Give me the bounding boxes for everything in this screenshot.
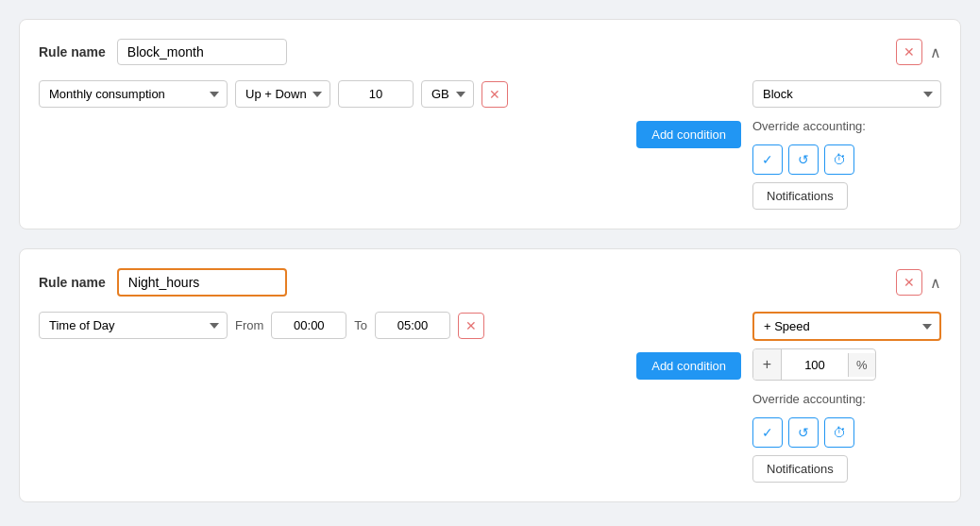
override-clock-icon-1[interactable]: ⏱ [824,144,854,175]
notifications-button-1[interactable]: Notifications [752,182,848,210]
from-label-2: From [235,318,263,332]
rule-header-actions-2: ✕ ∧ [896,269,941,296]
condition-add-row-2: Add condition [39,348,741,380]
rule-card-2: Rule name ✕ ∧ Time of Day Monthly consum… [19,248,961,502]
rule-conditions-2: Time of Day Monthly consumption Daily co… [39,312,741,380]
rule-close-button-2[interactable]: ✕ [896,269,922,296]
override-refresh-icon-1[interactable]: ↺ [788,144,819,175]
condition-type-select-1[interactable]: Monthly consumption Time of Day Daily co… [39,80,228,108]
from-time-input-2[interactable] [271,312,346,339]
override-icons-2: ✓ ↺ ⏱ [752,417,941,448]
action-type-select-1[interactable]: Block + Speed Throttle [752,80,941,108]
rule-header-1: Rule name ✕ ∧ [39,39,941,65]
add-condition-button-1[interactable]: Add condition [636,121,741,148]
rule-card-1: Rule name ✕ ∧ Monthly consumption Time o… [19,19,961,229]
override-icons-1: ✓ ↺ ⏱ [752,144,941,175]
speed-input-row-2: + % [752,348,876,381]
rule-actions-2: + Speed Block Throttle + % Override acco… [752,312,941,483]
condition-row-2: Time of Day Monthly consumption Daily co… [39,312,741,339]
rule-collapse-button-2[interactable]: ∧ [930,274,941,292]
action-type-select-2[interactable]: + Speed Block Throttle [752,312,941,341]
condition-clear-button-1[interactable]: ✕ [482,81,508,108]
rule-collapse-button-1[interactable]: ∧ [930,43,941,61]
to-time-input-2[interactable] [375,312,450,339]
override-check-icon-1[interactable]: ✓ [752,144,783,175]
override-clock-icon-2[interactable]: ⏱ [824,417,854,448]
rule-name-row-1: Rule name [39,39,287,65]
rule-body-1: Monthly consumption Time of Day Daily co… [39,80,941,210]
rule-header-2: Rule name ✕ ∧ [39,268,941,297]
condition-threshold-input-1[interactable] [338,80,414,108]
notifications-button-2[interactable]: Notifications [752,455,848,483]
rule-name-input-2[interactable] [117,268,287,297]
rule-name-label-2: Rule name [39,275,106,290]
speed-value-input-2[interactable] [782,353,848,377]
rule-name-label-1: Rule name [39,44,106,59]
to-label-2: To [354,318,367,332]
condition-clear-button-2[interactable]: ✕ [458,313,484,339]
rule-close-button-1[interactable]: ✕ [896,39,922,65]
condition-direction-select-1[interactable]: Up + Down Up Down [235,80,330,108]
override-refresh-icon-2[interactable]: ↺ [788,417,819,448]
speed-unit-label-2: % [848,353,875,377]
rule-conditions-1: Monthly consumption Time of Day Daily co… [39,80,741,148]
speed-plus-button-2[interactable]: + [753,349,782,380]
add-condition-button-2[interactable]: Add condition [636,352,741,380]
rule-name-row-2: Rule name [39,268,287,297]
override-label-1: Override accounting: [752,119,941,133]
rule-actions-1: Block + Speed Throttle Override accounti… [752,80,941,210]
condition-unit-select-1[interactable]: GB MB TB [421,80,474,108]
rule-body-2: Time of Day Monthly consumption Daily co… [39,312,941,483]
override-label-2: Override accounting: [752,392,941,406]
rule-header-actions-1: ✕ ∧ [896,39,941,65]
condition-type-select-2[interactable]: Time of Day Monthly consumption Daily co… [39,312,228,339]
override-check-icon-2[interactable]: ✓ [752,417,783,448]
rule-name-input-1[interactable] [117,39,287,65]
condition-add-row-1: Add condition [39,117,741,148]
condition-row-1: Monthly consumption Time of Day Daily co… [39,80,741,108]
